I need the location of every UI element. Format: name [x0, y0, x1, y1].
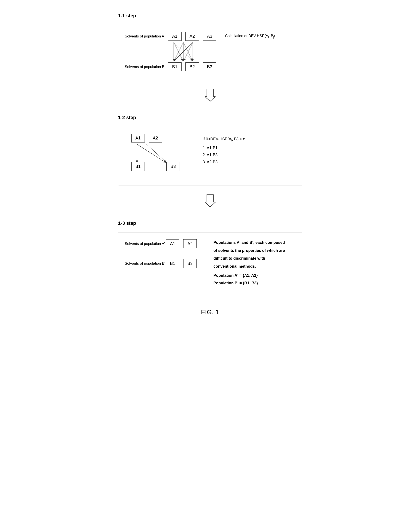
- node-a1-13: A1: [166, 239, 179, 248]
- step11-label-a: Solvents of population A: [125, 34, 168, 39]
- fig-label: FIG. 1: [118, 308, 302, 316]
- step11-arrows: [168, 41, 224, 67]
- step12-arrows: [131, 142, 192, 166]
- svg-line-2: [174, 42, 183, 61]
- section-step12: 1-2 step A1 A2: [118, 115, 302, 208]
- step13-nodes-area: Solvents of population A' A1 A2 Solvents…: [125, 239, 207, 268]
- step13-row-b: Solvents of population B' B1 B3: [125, 259, 207, 268]
- step13-nodes-b: B1 B3: [166, 259, 197, 268]
- svg-line-4: [174, 42, 183, 61]
- node-a3: A3: [203, 32, 216, 41]
- page: 1-1 step Solvents of population A A1 A2 …: [105, 0, 315, 333]
- node-a2-12: A2: [149, 134, 162, 142]
- svg-line-13: [137, 144, 165, 162]
- step12-heading: 1-2 step: [118, 115, 302, 120]
- node-a2: A2: [185, 32, 199, 41]
- svg-marker-15: [205, 194, 216, 207]
- step13-heading: 1-3 step: [118, 220, 302, 226]
- step13-label-a: Solvents of population A': [125, 242, 166, 246]
- step12-nodes-a: A1 A2: [131, 134, 194, 142]
- svg-line-7: [174, 42, 193, 61]
- step11-heading: 1-1 step: [118, 13, 302, 19]
- svg-marker-10: [205, 89, 216, 101]
- section-step11: 1-1 step Solvents of population A A1 A2 …: [118, 13, 302, 102]
- step13-row-a: Solvents of population A' A1 A2: [125, 239, 207, 248]
- svg-line-8: [184, 42, 193, 61]
- step12-condition: If 0<DEV-HSP(Ai, Bj) < ε 1. A1-B1 2. A1-…: [203, 136, 245, 165]
- step11-nodes-a: A1 A2 A3: [168, 32, 216, 41]
- node-a2-13: A2: [183, 239, 197, 248]
- step13-description: Populations A' and B', each composed of …: [214, 239, 285, 286]
- section-step13: 1-3 step Solvents of population A' A1 A2: [118, 220, 302, 295]
- step12-nodes-area: A1 A2: [125, 134, 194, 177]
- step13-label-b: Solvents of population B': [125, 261, 166, 266]
- step12-diagram: A1 A2: [118, 127, 302, 186]
- step11-label-b: Solvents of population B: [125, 65, 168, 69]
- step12-pairs: 1. A1-B1 2. A1-B3 3. A2-B3: [203, 144, 245, 165]
- svg-line-3: [174, 42, 192, 61]
- node-b3-13: B3: [183, 259, 197, 268]
- svg-line-6: [183, 42, 192, 61]
- step11-diagram: Solvents of population A A1 A2 A3 Calcul…: [118, 25, 302, 80]
- node-b1-13: B1: [166, 259, 179, 268]
- step13-diagram: Solvents of population A' A1 A2 Solvents…: [118, 232, 302, 295]
- node-a1-12: A1: [131, 134, 145, 142]
- down-arrow-1: [118, 89, 302, 102]
- down-arrow-2: [118, 194, 302, 208]
- step13-nodes-a: A1 A2: [166, 239, 197, 248]
- calc-label: Calculation of DEV-HSP(Ai, Bj): [225, 34, 275, 39]
- svg-line-14: [146, 144, 166, 162]
- node-a1: A1: [168, 32, 181, 41]
